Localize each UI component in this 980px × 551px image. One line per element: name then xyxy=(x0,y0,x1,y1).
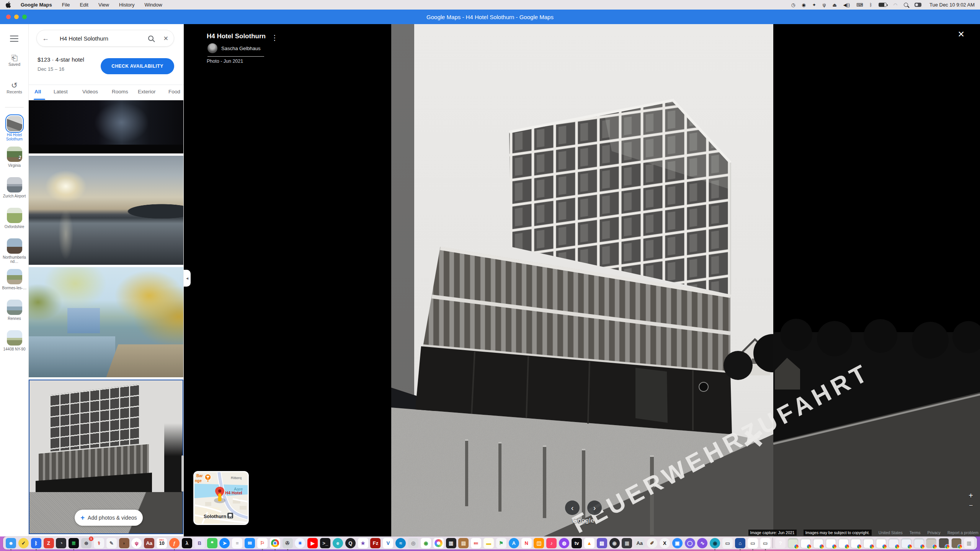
place-northumberland[interactable]: Northumberland… xyxy=(0,238,29,269)
dock-garageband[interactable]: ▥ xyxy=(446,538,456,548)
dock-xquartz[interactable]: X xyxy=(660,538,670,548)
zoom-out-button[interactable]: − xyxy=(969,502,973,509)
place-bormes-les[interactable]: Bormes-les-… xyxy=(0,269,29,300)
place-h4-hotel-solothurn[interactable]: H4 Hotel Solothurn xyxy=(0,116,29,147)
dock-photos[interactable] xyxy=(433,538,444,548)
dock-alarm[interactable]: ✓ xyxy=(18,538,29,548)
dock-appstore[interactable]: A xyxy=(509,538,519,548)
dock-contacts[interactable]: ▤ xyxy=(458,538,469,548)
dock-voice-memos[interactable]: ∿ xyxy=(697,538,707,548)
dock-star-app[interactable]: ★ xyxy=(358,538,368,548)
dock-mail[interactable]: ✉ xyxy=(245,538,255,548)
dock-kindle[interactable]: λ xyxy=(182,538,192,548)
dock-music[interactable]: ♪ xyxy=(546,538,557,548)
footer-link-privacy[interactable]: Privacy xyxy=(927,530,940,535)
photo-thumbnail-autumn-river[interactable] xyxy=(29,267,183,377)
photo-author-row[interactable]: Sascha Gelbhaus xyxy=(207,43,261,53)
dock-chrome-window-7[interactable] xyxy=(876,538,886,548)
now-playing-icon[interactable]: ◉ xyxy=(802,2,805,8)
footer-link-region[interactable]: United States xyxy=(879,530,903,535)
mini-map[interactable]: Ritterq Aare Bar nge H4 Hotel Solothurn xyxy=(193,471,249,525)
dock-reminders[interactable]: ≔ xyxy=(471,538,481,548)
dock-obs[interactable]: ◯ xyxy=(685,538,695,548)
dock-dictionary[interactable]: Aa xyxy=(144,538,154,548)
dock-settings[interactable]: ⊛1 xyxy=(81,538,91,548)
dock-firefox[interactable]: ƒ xyxy=(169,538,180,548)
tab-videos[interactable]: Videos xyxy=(82,89,98,95)
dock-messages[interactable]: ❝ xyxy=(207,538,217,548)
dock-chrome[interactable] xyxy=(270,538,280,548)
place-14408-ny-90[interactable]: 14408 NY-90 xyxy=(0,330,29,361)
dock-textedit[interactable]: ✎ xyxy=(106,538,117,548)
search-icon[interactable] xyxy=(148,36,154,41)
dock-unarchiver[interactable]: ▨ xyxy=(597,538,607,548)
dock-youtube[interactable]: ▶ xyxy=(307,538,318,548)
dock-calendar[interactable]: 10DEC xyxy=(157,538,167,548)
photo-thumbnail-lounge[interactable] xyxy=(29,100,183,153)
dock-webcam[interactable]: ◉ xyxy=(710,538,720,548)
dock-terminal[interactable]: >_ xyxy=(320,538,330,548)
place-oxfordshire[interactable]: Oxfordshire xyxy=(0,208,29,238)
tab-latest[interactable]: Latest xyxy=(54,89,68,95)
search-box[interactable]: ← ✕ xyxy=(36,30,174,47)
hotel-dates[interactable]: Dec 15 – 16 xyxy=(38,66,64,72)
control-center-icon[interactable] xyxy=(915,3,921,7)
wifi-icon[interactable]: ◠ xyxy=(893,2,897,8)
back-arrow-icon[interactable]: ← xyxy=(42,34,54,42)
search-input[interactable] xyxy=(59,35,148,42)
dock-vlc[interactable]: ▲ xyxy=(584,538,595,548)
dock-zoom[interactable]: ▣ xyxy=(672,538,683,548)
dock-messenger[interactable]: ➤ xyxy=(219,538,230,548)
dock-sheet-window-2[interactable] xyxy=(901,538,911,548)
more-options-icon[interactable]: ⋮ xyxy=(271,33,278,42)
sidebar-item-recents[interactable]: ↺ Recents xyxy=(0,81,29,94)
dock-image-window-2[interactable] xyxy=(939,538,949,548)
volume-icon[interactable]: ◀)) xyxy=(843,2,850,8)
clear-search-icon[interactable]: ✕ xyxy=(163,35,168,42)
dock-sysprefs[interactable]: ✇ xyxy=(283,538,293,548)
dock-missing-app[interactable]: ? xyxy=(775,538,786,548)
apple-menu-icon[interactable] xyxy=(5,2,11,8)
previous-photo-button[interactable]: ‹ xyxy=(565,500,580,515)
dock-chrome-window-6[interactable] xyxy=(863,538,874,548)
dock-openoffice[interactable]: ≈ xyxy=(395,538,406,548)
dock-tv[interactable]: tv xyxy=(572,538,582,548)
menu-item-file[interactable]: File xyxy=(62,2,70,8)
sync-icon[interactable]: ✦ xyxy=(812,2,816,8)
zoom-window-button[interactable] xyxy=(22,15,27,19)
dock-notes[interactable]: ▬ xyxy=(483,538,494,548)
menu-item-view[interactable]: View xyxy=(98,2,109,8)
dock-chrome-window-5[interactable] xyxy=(851,538,861,548)
minimize-window-button[interactable] xyxy=(14,15,19,19)
dock-map-window[interactable] xyxy=(788,538,798,548)
photo-thumbnail-sunset-river[interactable] xyxy=(29,156,183,265)
dock-trash[interactable]: ▥ xyxy=(964,538,974,548)
check-availability-button[interactable]: CHECK AVAILABILITY xyxy=(101,58,174,74)
add-photos-button[interactable]: + Add photos & videos xyxy=(75,510,143,526)
dock-transit[interactable]: ⚑ xyxy=(496,538,506,548)
dock-edge[interactable]: e xyxy=(333,538,343,548)
place-zurich-airport[interactable]: Zurich Airport xyxy=(0,177,29,208)
tab-exterior[interactable]: Exterior xyxy=(138,89,156,95)
footer-link-report[interactable]: Report a problem xyxy=(947,530,978,535)
footer-link-terms[interactable]: Terms xyxy=(910,530,921,535)
input-source-icon[interactable]: ⌨ xyxy=(856,2,863,8)
dock-health[interactable]: ⚕ xyxy=(94,538,104,548)
menu-item-window[interactable]: Window xyxy=(144,2,162,8)
dock-vinyl[interactable]: ◉ xyxy=(609,538,620,548)
panel-scrollbar[interactable] xyxy=(181,455,183,492)
dock-chrome-window-2[interactable] xyxy=(813,538,823,548)
dock-image-window-1[interactable] xyxy=(926,538,936,548)
photo-viewer-canvas[interactable]: FEUERWEHRZUFAHRT xyxy=(184,24,980,536)
dock-chrome-window-1[interactable] xyxy=(800,538,811,548)
time-machine-icon[interactable]: ◷ xyxy=(791,2,795,8)
dock-printer-2[interactable]: ▭ xyxy=(748,538,758,548)
spotlight-icon[interactable] xyxy=(904,3,908,7)
bluetooth-icon[interactable]: ᛒ xyxy=(869,2,872,8)
dock-stocks[interactable]: ≣ xyxy=(69,538,79,548)
tab-all[interactable]: All xyxy=(34,89,41,95)
zoom-in-button[interactable]: + xyxy=(969,492,973,499)
dock-finder[interactable]: ☻ xyxy=(6,538,16,548)
dock-quicktime[interactable]: Q xyxy=(345,538,356,548)
place-virginia[interactable]: 2 Virginia xyxy=(0,147,29,177)
